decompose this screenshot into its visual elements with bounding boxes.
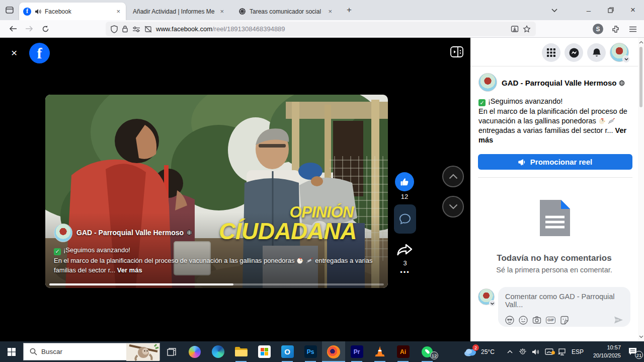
see-more-link[interactable]: Ver más <box>117 266 142 274</box>
post-status-line: ✓¡Seguimos avanzando! <box>478 97 562 106</box>
megaphone-icon <box>518 159 526 166</box>
tab-title: Facebook <box>45 8 71 15</box>
windows-logo-icon <box>8 348 16 356</box>
sidebar-scrollbar[interactable] <box>638 38 644 341</box>
reel-stage: × f <box>0 38 470 341</box>
notifications-button[interactable] <box>587 43 606 62</box>
sticker-icon[interactable] <box>560 316 569 325</box>
notification-center-button[interactable]: 21 <box>621 341 644 362</box>
post-page-name[interactable]: GAD - Parroquial Valle Hermoso <box>502 79 625 87</box>
reel-sidebar: GAD - Parroquial Valle Hermoso ✓¡Seguimo… <box>470 38 644 341</box>
extensions-puzzle-icon[interactable] <box>608 22 624 36</box>
chicken-emoji-icon <box>296 257 304 264</box>
extension-s-icon[interactable]: S <box>593 24 603 34</box>
window-restore-button[interactable] <box>600 0 622 20</box>
forward-icon[interactable] <box>21 22 37 36</box>
file-explorer-button[interactable] <box>229 341 253 362</box>
tray-device-icon[interactable] <box>516 348 529 355</box>
tab-informes[interactable]: Añadir Actividad | Informes Mensua × <box>129 3 229 20</box>
tracking-shield-icon[interactable] <box>111 25 118 33</box>
browser-tabstrip: f Facebook × Añadir Actividad | Informes… <box>0 0 644 20</box>
menu-hamburger-icon[interactable] <box>625 22 641 36</box>
bell-icon <box>592 48 601 57</box>
window-minimize-button[interactable]: – <box>578 0 600 20</box>
emoji-icon[interactable] <box>519 316 528 325</box>
promote-reel-button[interactable]: Promocionar reel <box>478 154 632 170</box>
no-comments-subtitle: Sé la primera persona en comentar. <box>470 266 638 274</box>
collapse-panel-icon[interactable] <box>450 46 463 57</box>
window-close-button[interactable]: × <box>622 0 644 20</box>
comment-button[interactable] <box>394 204 416 234</box>
tab-list-chevron-icon[interactable] <box>543 0 566 20</box>
camera-icon[interactable] <box>532 316 541 325</box>
search-highlight-sloth-image[interactable] <box>126 343 159 361</box>
premiere-button[interactable]: Pr <box>345 341 368 362</box>
start-button[interactable] <box>0 341 23 362</box>
taskbar-search-box[interactable]: Buscar <box>23 343 160 360</box>
comment-input[interactable]: Comentar como GAD - Parroquial Vall... G… <box>498 287 630 327</box>
temperature-label[interactable]: 25°C <box>481 348 503 355</box>
scroll-down-icon[interactable] <box>639 335 643 338</box>
weather-button[interactable]: 2 <box>460 341 481 362</box>
tab-tareas[interactable]: Tareas comunicador social GAD × <box>234 3 338 20</box>
task-view-icon <box>167 348 176 356</box>
address-bar[interactable]: www.facebook.com/reel/1891308468394889 <box>106 22 536 36</box>
reel-page-name[interactable]: GAD - Parroquial Valle Hermoso <box>76 229 192 237</box>
bookmark-star-icon[interactable] <box>523 25 531 33</box>
taskbar: Buscar O Ps <box>0 341 644 362</box>
tab-title: Tareas comunicador social GAD <box>250 8 323 15</box>
thumbs-up-icon <box>400 177 410 187</box>
illustrator-button[interactable]: Ai <box>391 341 415 362</box>
whatsapp-button[interactable]: 12 <box>415 341 440 362</box>
share-button[interactable] <box>395 242 415 259</box>
divider <box>470 66 638 66</box>
save-page-icon[interactable] <box>511 25 519 33</box>
tab-close-icon[interactable]: × <box>115 8 122 15</box>
tab-close-icon[interactable]: × <box>218 8 225 15</box>
blocked-content-icon[interactable] <box>144 26 152 33</box>
send-icon[interactable] <box>614 316 623 324</box>
cast-screen-icon[interactable] <box>542 348 555 355</box>
tab-close-icon[interactable]: × <box>327 8 334 15</box>
avatar-sticker-icon[interactable] <box>505 316 514 325</box>
scrollbar-thumb[interactable] <box>639 47 642 107</box>
comment-bubble-icon <box>398 212 412 226</box>
video-progress-bar[interactable] <box>49 283 384 285</box>
taskbar-clock[interactable]: 10:57 20/10/2025 <box>587 344 621 360</box>
permissions-icon[interactable] <box>132 26 140 32</box>
post-page-avatar[interactable] <box>478 73 497 92</box>
outlook-button[interactable]: O <box>276 341 299 362</box>
network-icon[interactable] <box>555 348 569 355</box>
vlc-button[interactable] <box>368 341 391 362</box>
hidden-icons-chevron[interactable] <box>503 350 516 353</box>
screen: f Facebook × Añadir Actividad | Informes… <box>0 0 644 362</box>
store-button[interactable] <box>253 341 276 362</box>
like-button[interactable] <box>395 172 414 191</box>
edge-button[interactable] <box>206 341 229 362</box>
apps-grid-button[interactable] <box>542 43 560 62</box>
reel-video[interactable]: OPINIÓN CÍUDADANA GAD - Parroquial Valle… <box>45 95 388 288</box>
reload-icon[interactable] <box>37 22 53 36</box>
more-options-icon[interactable]: ••• <box>395 268 415 276</box>
task-view-button[interactable] <box>160 341 183 362</box>
messenger-button[interactable] <box>565 43 583 62</box>
firefox-view-icon[interactable] <box>5 6 14 15</box>
facebook-logo[interactable]: f <box>29 43 50 63</box>
reel-page-avatar[interactable] <box>54 224 72 242</box>
new-tab-button[interactable]: + <box>343 4 356 16</box>
gif-icon[interactable]: GIF <box>546 317 555 324</box>
tab-facebook[interactable]: f Facebook × <box>19 3 126 20</box>
language-indicator[interactable]: ESP <box>569 348 587 355</box>
next-reel-button[interactable] <box>442 196 464 218</box>
back-icon[interactable] <box>5 22 21 36</box>
photoshop-button[interactable]: Ps <box>299 341 322 362</box>
tab-audio-icon[interactable] <box>35 9 41 15</box>
previous-reel-button[interactable] <box>442 166 464 187</box>
close-reel-icon[interactable]: × <box>11 47 17 59</box>
copilot-button[interactable] <box>183 341 206 362</box>
firefox-button[interactable] <box>322 341 345 362</box>
volume-icon[interactable] <box>529 348 542 355</box>
scroll-up-icon[interactable] <box>639 41 643 44</box>
check-emoji-icon: ✓ <box>478 99 486 106</box>
lock-icon[interactable] <box>122 25 128 33</box>
